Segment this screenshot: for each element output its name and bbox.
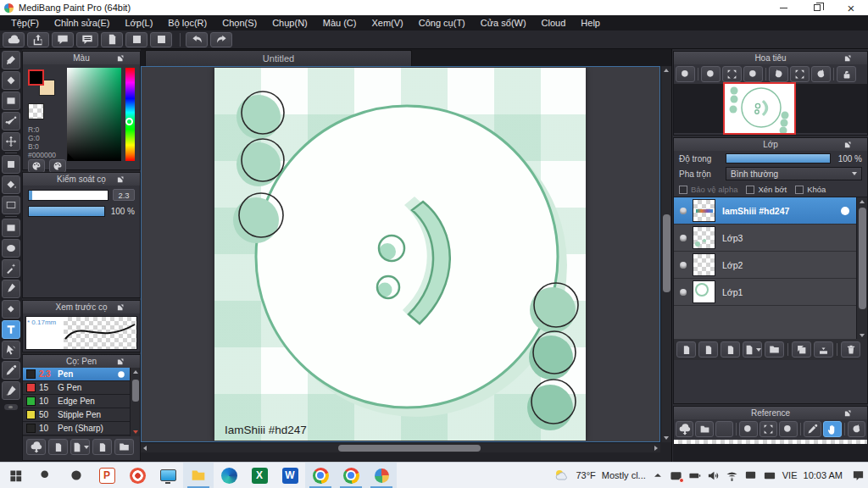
redo-button[interactable] (210, 32, 232, 47)
taskbar-word[interactable]: W (275, 463, 305, 488)
scrollbar-thumb[interactable] (859, 208, 866, 309)
reference-rotate-button[interactable] (848, 421, 865, 437)
menu-color[interactable]: Màu (C) (315, 15, 364, 30)
menu-tools[interactable]: Công cụ(T) (411, 15, 473, 30)
brush-tool[interactable] (2, 51, 20, 69)
visibility-toggle[interactable] (674, 289, 693, 296)
brush-size-slider[interactable] (28, 190, 108, 201)
delete-layer-button[interactable] (841, 341, 860, 358)
export-button[interactable] (27, 32, 49, 47)
fit-screen-button[interactable] (722, 66, 742, 82)
material-table-button[interactable] (150, 32, 172, 47)
reference-zoom-out-button[interactable] (779, 421, 797, 437)
new-folder-button[interactable] (765, 341, 784, 358)
capture-tray-icon[interactable] (670, 469, 682, 482)
menu-edit[interactable]: Chỉnh sửa(E) (47, 15, 117, 30)
clock[interactable]: 10:03 AM (804, 470, 843, 480)
reference-zoom-in-button[interactable] (739, 421, 757, 437)
add-brush-button[interactable] (48, 439, 68, 455)
reference-cloud-button[interactable] (676, 421, 693, 437)
visibility-toggle[interactable] (674, 262, 693, 269)
brush-item-stipplepen[interactable]: 50 Stipple Pen (23, 408, 140, 422)
close-icon[interactable] (128, 54, 136, 63)
transform-tool[interactable] (2, 341, 20, 359)
search-button[interactable] (31, 463, 61, 488)
canvas-viewport[interactable]: IamShiii #hd247 (141, 66, 660, 442)
palette-button[interactable] (28, 159, 45, 173)
restore-button[interactable] (800, 0, 834, 15)
zoom-actual-button[interactable] (676, 66, 695, 82)
weather-temp[interactable]: 73°F (576, 470, 595, 480)
close-icon[interactable] (855, 409, 864, 418)
brush-item-edgepen[interactable]: 10 Edge Pen (23, 395, 140, 408)
magic-wand-tool[interactable] (2, 259, 20, 278)
eraser-tool[interactable] (2, 71, 20, 90)
hue-slider[interactable] (125, 68, 135, 161)
close-button[interactable]: × (834, 0, 868, 15)
layer-row-signature[interactable]: IamShiii #hd247 (674, 197, 867, 225)
navigator-view[interactable] (674, 84, 867, 133)
select-eraser-tool[interactable] (2, 300, 20, 319)
brush-cloud-download-button[interactable] (26, 439, 46, 455)
layer-row-2[interactable]: Lớp2 (674, 252, 867, 279)
taskbar-chrome-1[interactable] (305, 463, 336, 488)
pen-tool[interactable] (2, 381, 20, 400)
duplicate-layer-button[interactable] (792, 341, 811, 358)
gradient-tool[interactable] (2, 196, 20, 214)
scroll-up-arrow[interactable] (133, 370, 138, 374)
comment-button[interactable] (52, 32, 74, 47)
foreground-color-swatch[interactable] (28, 69, 44, 86)
layer-list-scrollbar[interactable] (856, 197, 867, 339)
scroll-left-arrow[interactable] (143, 446, 147, 451)
brush-folder-button[interactable] (114, 439, 134, 455)
brush-size-value[interactable]: 2.3 (113, 189, 135, 201)
navigator-thumbnail[interactable] (723, 82, 796, 135)
popout-icon[interactable] (843, 141, 852, 149)
cast-icon[interactable] (744, 469, 757, 482)
shape-tool[interactable] (2, 92, 20, 110)
zoom-out-button[interactable] (743, 66, 763, 82)
popout-icon[interactable] (116, 175, 125, 184)
scrollbar-thumb[interactable] (338, 445, 481, 452)
taskbar-powerpoint[interactable]: P (92, 463, 122, 488)
new-layer-button[interactable] (676, 341, 696, 358)
menu-capture[interactable]: Chụp(N) (264, 15, 315, 30)
minimize-button[interactable] (766, 0, 800, 15)
speaker-icon[interactable] (707, 469, 720, 482)
new-8bit-layer-button[interactable] (698, 341, 718, 358)
popout-icon[interactable] (116, 358, 125, 366)
popout-icon[interactable] (843, 409, 852, 418)
action-center-icon[interactable] (852, 469, 865, 482)
brush-item-gpen[interactable]: 15 G Pen (23, 381, 140, 395)
popout-icon[interactable] (843, 54, 852, 63)
settings-list-button[interactable] (125, 32, 147, 47)
scrollbar-thumb[interactable] (663, 214, 670, 292)
scroll-down-arrow[interactable] (664, 436, 669, 440)
fill-rect-tool[interactable] (2, 155, 20, 174)
scroll-down-arrow[interactable] (860, 334, 865, 337)
menu-layer[interactable]: Lớp(L) (117, 15, 160, 30)
new-1bit-layer-button[interactable] (721, 341, 740, 358)
wifi-icon[interactable] (726, 469, 738, 482)
weather-condition[interactable]: Mostly cl... (602, 470, 646, 480)
vertical-scrollbar[interactable] (660, 66, 671, 442)
taskbar-browser[interactable] (122, 463, 153, 488)
cloud-button[interactable] (3, 32, 25, 47)
close-icon[interactable] (855, 141, 864, 149)
reference-fit-button[interactable] (760, 421, 777, 437)
brush-item-pensharp[interactable]: 10 Pen (Sharp) (23, 422, 140, 435)
lock-checkbox[interactable] (795, 186, 804, 194)
zoom-in-button[interactable] (701, 66, 721, 82)
reference-open-button[interactable] (695, 421, 713, 437)
menu-file[interactable]: Tệp(F) (3, 15, 47, 30)
scroll-right-arrow[interactable] (654, 446, 658, 451)
reference-hand-button[interactable] (823, 421, 841, 437)
battery-icon[interactable] (688, 469, 701, 482)
lock-rotation-button[interactable] (837, 66, 856, 82)
new-layer-menu-button[interactable] (743, 341, 762, 358)
reference-clear-button[interactable] (715, 421, 733, 437)
keyboard-icon[interactable] (763, 469, 776, 482)
menu-window[interactable]: Cửa sổ(W) (473, 15, 534, 30)
palette-add-button[interactable] (49, 159, 66, 173)
brush-list-scrollbar[interactable] (130, 368, 140, 436)
